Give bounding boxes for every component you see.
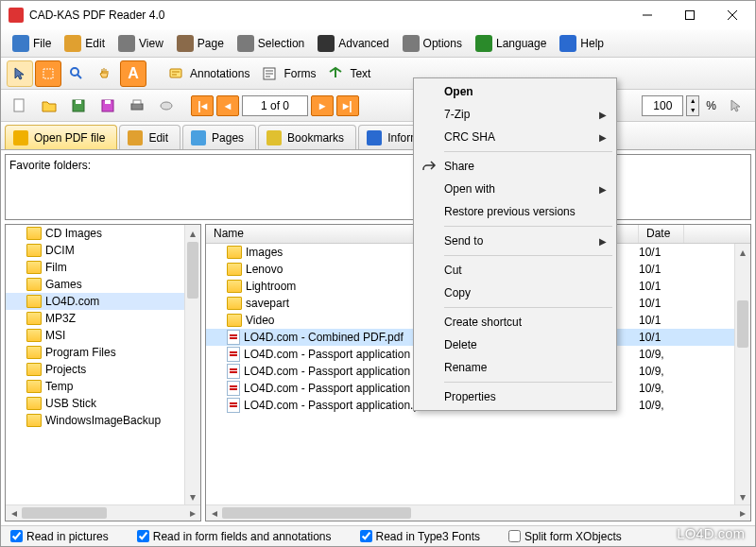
menu-icon [177,35,194,52]
menu-file[interactable]: File [7,32,57,55]
annotations-button[interactable]: Annotations [162,63,253,84]
file-scrollbar-h[interactable]: ◂▸ [206,504,750,521]
text-tool-button[interactable]: A [120,60,146,87]
read-type3-checkbox[interactable]: Read in Type3 Fonts [360,530,481,543]
next-page-button[interactable]: ▸ [311,95,334,116]
context-send-to[interactable]: Send to▶ [416,230,614,252]
read-forms-checkbox[interactable]: Read in form fields and annotations [137,530,332,543]
app-window: CAD-KAS PDF Reader 4.0 FileEditViewPageS… [0,0,756,547]
context-7-zip[interactable]: 7-Zip▶ [416,103,614,126]
context-create-shortcut[interactable]: Create shortcut [416,311,614,333]
menu-icon [318,35,335,52]
menu-view[interactable]: View [112,32,169,55]
menu-icon [559,35,576,52]
menu-selection[interactable]: Selection [232,32,310,55]
folder-row[interactable]: WindowsImageBackup [6,412,184,429]
save-as-button[interactable] [94,93,121,119]
context-copy[interactable]: Copy [416,282,614,304]
file-scrollbar-v[interactable]: ▴▾ [734,244,750,504]
zoom-spinner[interactable]: ▲▼ [686,95,699,116]
context-restore-previous-versions[interactable]: Restore previous versions [416,200,614,223]
tab-icon [128,130,143,145]
svg-rect-7 [76,100,81,104]
folder-row[interactable]: Temp [6,378,184,395]
folder-row[interactable]: Program Files [6,344,184,361]
folder-row[interactable]: Projects [6,361,184,378]
page-input[interactable]: 1 of 0 [242,95,308,116]
first-page-button[interactable]: |◂ [191,95,214,116]
menu-icon [403,35,420,52]
forms-button[interactable]: Forms [255,63,319,84]
read-pictures-checkbox[interactable]: Read in pictures [10,530,109,543]
context-cut[interactable]: Cut [416,259,614,282]
context-label: Open [444,85,473,98]
file-name: LO4D.com - Combined PDF.pdf [244,331,404,344]
folder-scrollbar-h[interactable]: ◂▸ [6,504,200,521]
folder-icon [26,346,42,359]
titlebar: CAD-KAS PDF Reader 4.0 [1,1,755,29]
folder-row[interactable]: MP3Z [6,310,184,327]
text-button[interactable]: Text [321,63,374,84]
context-open[interactable]: Open [416,80,614,103]
tab-label: Pages [212,131,244,145]
folder-icon [26,312,42,325]
scan-button[interactable] [153,93,180,119]
folder-row[interactable]: DCIM [6,242,184,259]
print-button[interactable] [124,93,150,119]
folder-name: Temp [45,380,73,393]
menu-label: View [139,37,163,50]
file-header-date[interactable]: Date [639,225,684,243]
context-open-with[interactable]: Open with▶ [416,178,614,200]
menu-help[interactable]: Help [554,32,610,55]
tab-label: Bookmarks [287,131,344,145]
tab-bookmarks[interactable]: Bookmarks [258,125,356,149]
folder-row[interactable]: USB Stick [6,395,184,412]
context-separator [444,151,612,152]
new-button[interactable] [7,93,33,119]
menu-language[interactable]: Language [470,32,552,55]
context-crc-sha[interactable]: CRC SHA▶ [416,126,614,148]
hand-tool-button[interactable] [92,60,118,87]
folder-list[interactable]: CD ImagesDCIMFilmGamesLO4D.comMP3ZMSIPro… [6,225,184,504]
maximize-button[interactable] [668,2,711,28]
tab-edit[interactable]: Edit [119,125,180,149]
file-name: savepart [246,297,289,310]
split-xobjects-checkbox[interactable]: Split form XObjects [508,530,622,543]
context-properties[interactable]: Properties [416,385,614,408]
menu-icon [118,35,135,52]
menu-advanced[interactable]: Advanced [312,32,394,55]
open-button[interactable] [36,93,62,119]
context-rename[interactable]: Rename [416,356,614,379]
folder-row[interactable]: CD Images [6,225,184,242]
folder-row[interactable]: MSI [6,327,184,344]
folder-row[interactable]: Games [6,276,184,293]
tab-open-pdf-file[interactable]: Open PDF file [5,125,117,149]
file-name: Lenovo [246,263,283,276]
tab-label: Edit [148,131,168,145]
folder-icon [26,244,42,257]
zoom-input[interactable]: 100 [642,95,683,116]
menu-edit[interactable]: Edit [59,32,111,55]
minimize-button[interactable] [626,2,668,28]
context-share[interactable]: Share [416,155,614,178]
select-area-button[interactable] [35,60,61,87]
prev-page-button[interactable]: ◂ [216,95,239,116]
context-delete[interactable]: Delete [416,333,614,356]
last-page-button[interactable]: ▸| [336,95,359,116]
pointer-tool-button[interactable] [7,60,33,87]
submenu-arrow-icon: ▶ [599,110,607,120]
folder-row[interactable]: LO4D.com [6,293,184,310]
menu-options[interactable]: Options [397,32,468,55]
folder-row[interactable]: Film [6,259,184,276]
tab-pages[interactable]: Pages [182,125,256,149]
favorite-folders-label: Favorite folders: [9,159,747,172]
svg-rect-9 [105,100,111,104]
zoom-tool-button[interactable] [63,60,90,87]
menu-page[interactable]: Page [171,32,230,55]
close-button[interactable] [711,2,753,28]
save-button[interactable] [65,93,92,119]
pdf-icon [227,364,240,379]
folder-scrollbar-v[interactable]: ▴▾ [184,225,200,504]
folder-icon [227,297,242,310]
cursor-button[interactable] [723,93,749,119]
